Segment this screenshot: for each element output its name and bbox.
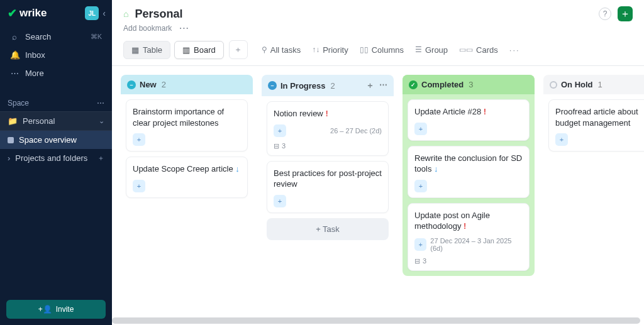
column-header[interactable]: On Hold1 xyxy=(543,75,644,94)
subtask-icon: ⊟ xyxy=(274,142,279,150)
brand-name: wrike xyxy=(19,7,47,19)
avatar[interactable]: JL xyxy=(85,6,99,20)
status-dot-icon: ✓ xyxy=(409,80,418,89)
toolbar: ▦ Table ▥ Board ＋ ⚲ All tasks ↑↓ Priorit… xyxy=(112,36,644,66)
sidebar-nav: ⌕ Search ⌘K 🔔 Inbox ⋯ More xyxy=(0,25,112,85)
group-icon: ☰ xyxy=(415,45,422,54)
task-card[interactable]: Update post on Agile methodology !+27 De… xyxy=(408,203,530,271)
task-card[interactable]: Best practices for post-project review+ xyxy=(267,161,389,213)
column-name: New xyxy=(140,80,157,89)
column-body: Notion review !+26 – 27 Dec (2d)⊟ 3Best … xyxy=(262,96,394,245)
card-meta-row: + xyxy=(555,133,644,146)
collapse-sidebar-icon[interactable]: ‹ xyxy=(103,8,106,18)
task-card[interactable]: Brainstorm importance of clear project m… xyxy=(126,99,248,151)
column-add-icon[interactable]: ＋ xyxy=(366,80,374,91)
assignee-avatar[interactable]: + xyxy=(555,133,568,146)
assignee-avatar[interactable]: + xyxy=(133,133,145,146)
add-task-button[interactable]: + Task xyxy=(267,218,389,240)
column-count: 3 xyxy=(469,80,473,89)
space-menu-icon[interactable]: ⋯ xyxy=(97,99,104,107)
folder-icon: 📁 xyxy=(8,116,18,126)
board: –New2Brainstorm importance of clear proj… xyxy=(112,66,644,325)
column-body: Proofread article about budget managemen… xyxy=(543,94,644,157)
view-label: Board xyxy=(194,45,216,55)
column-count: 2 xyxy=(331,81,335,91)
add-project-icon[interactable]: ＋ xyxy=(97,153,104,163)
search-icon: ⌕ xyxy=(10,32,19,41)
card-meta-row: +27 Dec 2024 – 3 Jan 2025 (6d) xyxy=(414,237,523,252)
columns-control[interactable]: ▯▯ Columns xyxy=(360,45,404,55)
assignee-avatar[interactable]: + xyxy=(274,195,286,207)
task-card[interactable]: Update Article #28 !+ xyxy=(408,99,530,141)
table-icon: ▦ xyxy=(131,45,139,55)
task-card[interactable]: Proofread article about budget managemen… xyxy=(548,99,644,151)
sidebar-item-inbox[interactable]: 🔔 Inbox xyxy=(4,46,108,64)
space-item-personal[interactable]: 📁 Personal ⌄ xyxy=(0,111,112,131)
header-more-icon[interactable]: ··· xyxy=(179,24,189,33)
cards-icon: ▭▭ xyxy=(459,45,473,54)
home-icon[interactable]: ⌂ xyxy=(123,9,128,19)
priority-high-icon: ! xyxy=(323,109,328,118)
subtask-count: ⊟ 3 xyxy=(414,257,523,265)
task-card[interactable]: Rewrite the conclusion for SD tools ↓+ xyxy=(408,146,530,198)
sidebar-top: ✔ wrike JL ‹ xyxy=(0,0,112,25)
board-icon: ▥ xyxy=(182,45,190,55)
card-title: Brainstorm importance of clear project m… xyxy=(133,106,241,128)
task-card[interactable]: Notion review !+26 – 27 Dec (2d)⊟ 3 xyxy=(267,101,389,156)
assignee-avatar[interactable]: + xyxy=(414,180,427,192)
toolbar-more-icon[interactable]: ··· xyxy=(509,45,520,55)
invite-label: Invite xyxy=(56,305,74,314)
toolbar-controls: ⚲ All tasks ↑↓ Priority ▯▯ Columns ☰ Gro… xyxy=(262,45,520,55)
cards-control[interactable]: ▭▭ Cards xyxy=(459,45,498,55)
add-view-button[interactable]: ＋ xyxy=(229,40,248,59)
column-more-icon[interactable]: ⋯ xyxy=(379,80,387,91)
column-count: 1 xyxy=(598,80,602,89)
group-control[interactable]: ☰ Group xyxy=(415,45,448,55)
view-board[interactable]: ▥ Board xyxy=(174,41,224,59)
invite-button[interactable]: +👤 Invite xyxy=(6,300,106,319)
sort-icon: ↑↓ xyxy=(312,45,319,54)
card-title: Best practices for post-project review xyxy=(274,168,382,190)
space-item-projects[interactable]: › Projects and folders ＋ xyxy=(0,149,112,167)
column-header[interactable]: ✓Completed3 xyxy=(402,75,535,94)
add-bookmark-link[interactable]: Add bookmark xyxy=(123,24,172,33)
group-label: Group xyxy=(425,45,448,55)
view-label: Table xyxy=(143,45,162,55)
chevron-right-icon: › xyxy=(8,153,10,163)
space-item-overview[interactable]: Space overview xyxy=(0,131,112,149)
sidebar-item-search[interactable]: ⌕ Search ⌘K xyxy=(4,28,108,46)
view-table[interactable]: ▦ Table xyxy=(123,41,170,59)
space-item-label: Projects and folders xyxy=(15,153,87,163)
global-create-button[interactable]: ＋ xyxy=(618,6,633,21)
help-button[interactable]: ? xyxy=(599,8,611,20)
assignee-avatar[interactable]: + xyxy=(274,124,286,137)
card-date: 27 Dec 2024 – 3 Jan 2025 (6d) xyxy=(430,237,523,252)
horizontal-scrollbar[interactable] xyxy=(112,317,640,324)
column-header[interactable]: –New2 xyxy=(121,75,253,94)
card-title: Update post on Agile methodology ! xyxy=(414,210,523,232)
filter-icon: ⚲ xyxy=(262,45,267,54)
filter-all-tasks[interactable]: ⚲ All tasks xyxy=(262,45,301,55)
sidebar-item-more[interactable]: ⋯ More xyxy=(4,64,108,82)
assignee-avatar[interactable]: + xyxy=(133,180,145,192)
column-inprogress: –In Progress2＋⋯Notion review !+26 – 27 D… xyxy=(262,75,394,245)
card-title: Notion review ! xyxy=(274,108,382,119)
subtask-icon: ⊟ xyxy=(414,257,420,265)
card-meta-row: + xyxy=(274,195,382,207)
status-dot-icon: – xyxy=(127,80,136,89)
brand-logo[interactable]: ✔ wrike xyxy=(8,7,47,19)
card-meta-row: + xyxy=(414,123,523,135)
card-meta-row: + xyxy=(133,133,241,146)
bell-icon: 🔔 xyxy=(10,50,19,60)
card-date: 26 – 27 Dec (2d) xyxy=(330,127,382,135)
task-card[interactable]: Update Scope Creep article ↓+ xyxy=(126,157,248,198)
assignee-avatar[interactable]: + xyxy=(414,238,426,251)
filter-label: All tasks xyxy=(270,45,301,55)
column-header[interactable]: –In Progress2＋⋯ xyxy=(262,75,394,96)
assignee-avatar[interactable]: + xyxy=(414,123,427,135)
more-icon: ⋯ xyxy=(10,69,19,78)
sort-priority[interactable]: ↑↓ Priority xyxy=(312,45,348,55)
card-title: Update Scope Creep article ↓ xyxy=(133,163,241,175)
priority-low-icon: ↓ xyxy=(233,164,240,174)
priority-low-icon: ↓ xyxy=(431,164,438,174)
